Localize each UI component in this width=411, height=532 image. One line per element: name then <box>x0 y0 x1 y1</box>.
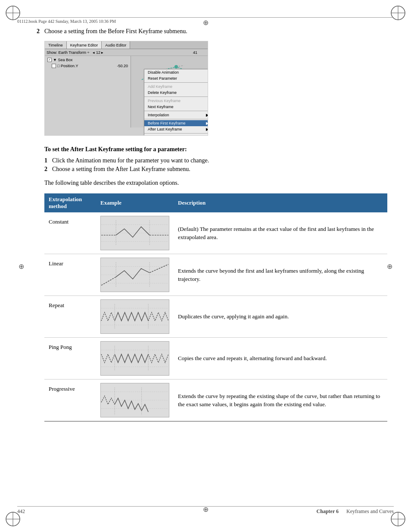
chart-repeat <box>100 299 169 334</box>
desc-pingpong: Copies the curve and repeats it, alterna… <box>174 338 387 380</box>
desc-linear: Extends the curve beyond the first and l… <box>174 254 387 296</box>
method-linear: Linear <box>44 254 96 296</box>
ss-show-row: Show: Earth Transform ÷ ◂ 12 ▸ 41 <box>45 49 208 56</box>
ss-menu-next[interactable]: Next Keyframe <box>144 104 208 110</box>
desc-progressive: Extends the curve by repeating the exist… <box>174 380 387 422</box>
table-row: Repeat <box>44 296 387 338</box>
ss-menu-delete[interactable]: Delete Keyframe <box>144 90 208 96</box>
ss-sep3 <box>144 111 208 111</box>
chart-linear <box>100 258 169 292</box>
ss-tab-keyframe[interactable]: Keyframe Editor <box>67 41 102 49</box>
ss-menu-prev[interactable]: Previous Keyframe <box>144 98 208 104</box>
step2-number: 2 <box>37 28 44 35</box>
section-heading: To set the After Last Keyframe setting f… <box>44 146 387 153</box>
chart-constant <box>100 216 169 250</box>
list-item-1: 1 Click the Animation menu for the param… <box>44 157 387 164</box>
header-text: 01112.book Page 442 Sunday, March 13, 20… <box>17 19 116 24</box>
ss-sep4 <box>144 119 208 119</box>
main-content: 2 Choose a setting from the Before First… <box>37 28 387 498</box>
col-description: Description <box>174 193 387 212</box>
table-row: Progressive <box>44 380 387 422</box>
header-bar: 01112.book Page 442 Sunday, March 13, 20… <box>17 17 394 24</box>
list-item-2: 2 Choose a setting from the After Last K… <box>44 166 387 173</box>
ss-menu-add[interactable]: Add Keyframe <box>144 84 208 90</box>
ss-body: ✓ ▼ Sea Box □ Position.Y -50.20 <box>45 56 208 128</box>
chart-repeat-svg <box>101 300 169 333</box>
ss-right-panel: Disable Animation Reset Parameter Add Ke… <box>131 56 208 128</box>
numbered-list: 1 Click the Animation menu for the param… <box>44 157 387 173</box>
chart-constant-svg <box>101 216 169 250</box>
ss-layer1-row: ✓ ▼ Sea Box <box>46 57 130 63</box>
ss-left-panel: ✓ ▼ Sea Box □ Position.Y -50.20 <box>45 56 131 128</box>
chart-pingpong <box>100 341 169 376</box>
intro-para: The following table describes the extrap… <box>44 180 387 187</box>
example-pingpong <box>96 338 174 380</box>
example-constant <box>96 212 174 254</box>
table-row: Ping Pong <box>44 338 387 380</box>
footer-chapter-section: Chapter 6 Keyframes and Curves <box>317 508 394 515</box>
right-cross-mark: ⊕ <box>387 262 392 270</box>
footer-section: Keyframes and Curves <box>346 508 394 514</box>
ss-menu-interp[interactable]: Interpolation▶ <box>144 112 208 118</box>
example-progressive <box>96 380 174 422</box>
list-item-1-text: Click the Animation menu for the paramet… <box>52 157 209 164</box>
extrapolation-table: Extrapolation method Example Description… <box>44 193 387 422</box>
table-row: Constant <box>44 212 387 254</box>
footer: 442 Chapter 6 Keyframes and Curves <box>17 506 394 515</box>
list-item-1-number: 1 <box>44 157 52 164</box>
ss-layer1-name: ▼ Sea Box <box>53 58 72 62</box>
example-linear <box>96 254 174 296</box>
table-row: Linear <box>44 254 387 296</box>
step2-heading: 2 Choose a setting from the Before First… <box>37 28 387 35</box>
ss-menu-lock[interactable]: Lock Parameter <box>144 134 208 136</box>
page-number: 442 <box>17 508 25 515</box>
ss-tabs: Timeline Keyframe Editor Audio Editor <box>45 41 208 49</box>
ss-menu-before[interactable]: Before First Keyframe▶ <box>144 120 208 126</box>
ss-checkbox2[interactable] <box>52 64 56 68</box>
ss-menu-after[interactable]: After Last Keyframe▶ <box>144 126 208 132</box>
method-constant: Constant <box>44 212 96 254</box>
ss-sep5 <box>144 133 208 134</box>
desc-repeat: Duplicates the curve, applying it again … <box>174 296 387 338</box>
chart-linear-svg <box>101 258 169 292</box>
ss-checkbox1[interactable]: ✓ <box>47 58 52 62</box>
example-repeat <box>96 296 174 338</box>
screenshot-container: Timeline Keyframe Editor Audio Editor Sh… <box>44 41 208 136</box>
col-example: Example <box>96 193 174 212</box>
screenshot-inner: Timeline Keyframe Editor Audio Editor Sh… <box>45 41 208 135</box>
col-method: Extrapolation method <box>44 193 96 212</box>
ss-sep1 <box>144 82 208 83</box>
chart-progressive <box>100 383 169 417</box>
ss-show-label: Show: Earth Transform ÷ <box>47 50 89 55</box>
chart-pingpong-svg <box>101 342 169 375</box>
ss-dropdown-menu[interactable]: Disable Animation Reset Parameter Add Ke… <box>144 69 208 136</box>
ss-layer2-value: -50.20 <box>117 64 130 68</box>
step2-text: Choose a setting from the Before First K… <box>44 28 187 35</box>
left-cross-mark: ⊕ <box>19 262 24 270</box>
method-progressive: Progressive <box>44 380 96 422</box>
ss-menu-reset[interactable]: Reset Parameter <box>144 75 208 81</box>
desc-constant: (Default) The parameter remains at the e… <box>174 212 387 254</box>
ss-tab-audio[interactable]: Audio Editor <box>102 41 130 49</box>
ss-frame: ◂ 12 ▸ <box>93 50 103 55</box>
ss-layer2-name: □ Position.Y <box>57 64 78 68</box>
ss-frame-end: 41 <box>193 50 206 55</box>
table-header-row: Extrapolation method Example Description <box>44 193 387 212</box>
ss-menu-disable[interactable]: Disable Animation <box>144 69 208 75</box>
footer-chapter: Chapter 6 <box>317 508 339 514</box>
list-item-2-number: 2 <box>44 166 52 173</box>
ss-layer2-row: □ Position.Y -50.20 <box>46 63 130 69</box>
list-item-2-text: Choose a setting from the After Last Key… <box>52 166 190 173</box>
ss-sep2 <box>144 96 208 97</box>
chart-progressive-svg <box>101 383 169 417</box>
method-pingpong: Ping Pong <box>44 338 96 380</box>
method-repeat: Repeat <box>44 296 96 338</box>
ss-tab-timeline[interactable]: Timeline <box>45 41 67 49</box>
